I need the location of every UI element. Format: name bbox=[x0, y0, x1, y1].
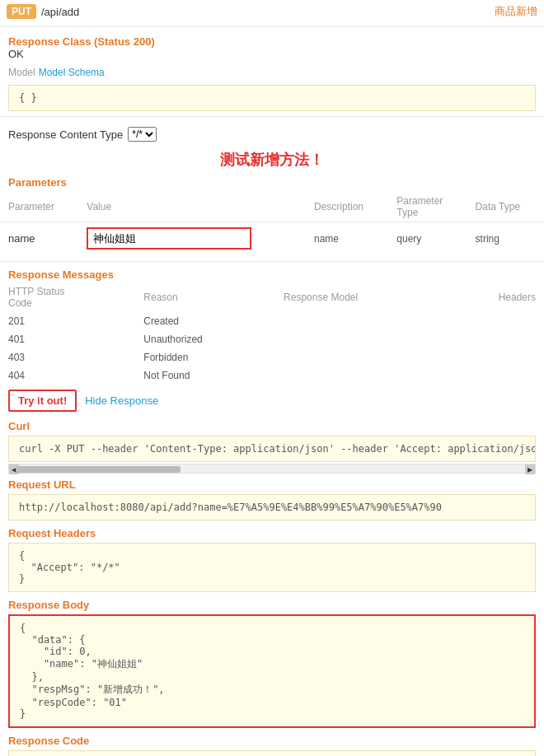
response-messages-title: Response Messages bbox=[0, 264, 544, 282]
model-schema-link[interactable]: Model Schema bbox=[39, 67, 105, 78]
rm-status-code: 404 bbox=[0, 366, 135, 385]
response-code-title: Response Code bbox=[0, 730, 544, 749]
rm-status-code: 403 bbox=[0, 348, 135, 366]
curl-title: Curl bbox=[0, 417, 544, 434]
response-body-block: { "data": { "id": 0, "name": "神仙姐姐" }, "… bbox=[8, 614, 536, 728]
top-right-link[interactable]: 商品新增 bbox=[495, 4, 537, 19]
param-name-cell: name bbox=[0, 222, 78, 255]
param-col-data-type: Data Type bbox=[467, 192, 544, 222]
http-method-badge: PUT bbox=[7, 4, 36, 19]
request-url-block: http://localhost:8080/api/add?name=%E7%A… bbox=[8, 494, 536, 520]
scrollbar[interactable]: ◀ ▶ bbox=[8, 464, 536, 474]
param-col-parameter: Parameter bbox=[0, 192, 78, 222]
response-content-type-label: Response Content Type bbox=[8, 128, 123, 141]
rm-col-status-code: HTTP StatusCode bbox=[0, 282, 135, 312]
table-row: 401 Unauthorized bbox=[0, 330, 544, 348]
endpoint-path: /api/add bbox=[41, 6, 79, 18]
response-messages-table: HTTP StatusCode Reason Response Model He… bbox=[0, 282, 544, 385]
announcement-text: 测试新增方法！ bbox=[0, 150, 544, 170]
rm-headers bbox=[444, 330, 544, 348]
rm-response-model bbox=[275, 312, 443, 330]
rm-reason: Unauthorized bbox=[135, 330, 275, 348]
rm-status-code: 401 bbox=[0, 330, 135, 348]
response-class-status: OK bbox=[8, 48, 536, 60]
rm-col-response-model: Response Model bbox=[275, 282, 443, 312]
parameters-table: Parameter Value Description ParameterTyp… bbox=[0, 192, 544, 254]
headers-line-2: "Accept": "*/*" bbox=[19, 562, 525, 573]
table-row: name name query string bbox=[0, 222, 544, 255]
model-label: Model bbox=[8, 67, 35, 78]
rm-response-model bbox=[275, 330, 443, 348]
response-body-title: Response Body bbox=[0, 594, 544, 613]
request-url-title: Request URL bbox=[0, 474, 544, 492]
rm-headers bbox=[444, 312, 544, 330]
parameters-title: Parameters bbox=[0, 173, 544, 192]
param-datatype-cell: string bbox=[467, 222, 544, 255]
response-content-type-row: Response Content Type */* bbox=[0, 122, 544, 147]
param-col-parameter-type: ParameterType bbox=[388, 192, 467, 222]
param-type-cell: query bbox=[388, 222, 467, 255]
table-row: 404 Not Found bbox=[0, 366, 544, 385]
rm-col-headers: Headers bbox=[444, 282, 544, 312]
hide-response-link[interactable]: Hide Response bbox=[85, 394, 158, 407]
response-content-type-select[interactable]: */* bbox=[128, 127, 157, 142]
response-class-section: Response Class (Status 200) OK bbox=[0, 30, 544, 65]
rm-reason: Created bbox=[135, 312, 275, 330]
table-row: 403 Forbidden bbox=[0, 348, 544, 366]
rm-headers bbox=[444, 348, 544, 366]
headers-line-3: } bbox=[19, 573, 525, 585]
try-it-out-button[interactable]: Try it out! bbox=[8, 390, 77, 412]
scrollbar-thumb[interactable] bbox=[16, 466, 181, 473]
param-value-cell[interactable] bbox=[78, 222, 306, 255]
rm-reason: Forbidden bbox=[135, 348, 275, 366]
param-desc-cell: name bbox=[306, 222, 388, 255]
response-code-block: 200 bbox=[8, 750, 536, 756]
rm-response-model bbox=[275, 366, 443, 385]
try-it-out-section: Try it out! Hide Response bbox=[0, 385, 544, 417]
model-code-block: { } bbox=[8, 85, 536, 111]
headers-line-1: { bbox=[19, 550, 525, 562]
scrollbar-right-arrow[interactable]: ▶ bbox=[525, 464, 535, 474]
rm-headers bbox=[444, 366, 544, 385]
curl-block: curl -X PUT --header 'Content-Type: appl… bbox=[8, 436, 536, 462]
request-headers-title: Request Headers bbox=[0, 522, 544, 541]
model-row: Model Model Schema bbox=[0, 65, 544, 82]
rm-reason: Not Found bbox=[135, 366, 275, 385]
param-col-description: Description bbox=[306, 192, 388, 222]
rm-response-model bbox=[275, 348, 443, 366]
rm-status-code: 201 bbox=[0, 312, 135, 330]
table-row: 201 Created bbox=[0, 312, 544, 330]
rm-col-reason: Reason bbox=[135, 282, 275, 312]
param-col-value: Value bbox=[78, 192, 306, 222]
response-class-title: Response Class (Status 200) bbox=[8, 35, 536, 48]
request-headers-block: { "Accept": "*/*" } bbox=[8, 543, 536, 592]
top-path-row: PUT /api/add 商品新增 bbox=[0, 0, 544, 23]
param-value-input[interactable] bbox=[87, 227, 251, 250]
